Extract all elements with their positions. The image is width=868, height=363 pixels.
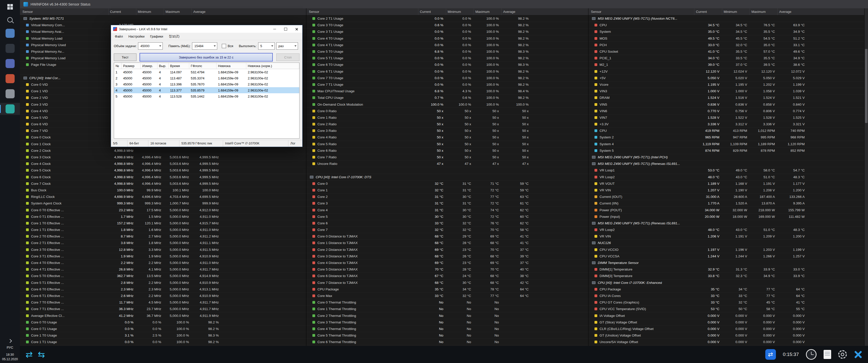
sensor-row[interactable]: Core 3 T1 Usage0.0 %0.0 %100.0 %98.2 %	[306, 29, 588, 35]
result-row[interactable]: 545000450004113.528535.14421.684159e-092…	[114, 93, 299, 99]
column-header-minimum[interactable]: Minimum	[136, 8, 164, 15]
sensor-row[interactable]: Core 431 °C30 °C74 °C62 °C	[306, 207, 588, 213]
sensor-row[interactable]: Core 7 Clock4,998.8 MHz4,996.4 MHz5,003.…	[20, 180, 306, 187]
sensor-row[interactable]: Core 7 T0 Effective ...11.7 MHz4.5 MHz5,…	[20, 299, 306, 306]
sensor-row[interactable]: Core 1 Ratio50 x50 x50 x50 x	[306, 114, 588, 121]
table-header-4[interactable]: Выр.	[157, 63, 168, 69]
sensor-row[interactable]: Core 7 Ratio50 x50 x50 x50 x	[306, 154, 588, 161]
column-header-current[interactable]: Current	[108, 8, 136, 15]
sensor-row[interactable]: Core 2 Distance to TJMAX69 °C23 °C70 °C3…	[306, 246, 588, 253]
sensor-group-row[interactable]: MSI MEG Z490 UNIFY (MS-7C71) (Renesas IS…	[588, 161, 864, 167]
sensor-row[interactable]: Core 6 T1 Effective ...2.6 MHz2.2 MHz5,0…	[20, 293, 306, 299]
sensor-row[interactable]: Core 1 T1 Usage0.0 %0.0 %100.0 %98.2 %	[20, 339, 306, 345]
sensor-row[interactable]: Vcore1.195 V1.195 V1.202 V1.199 V	[588, 81, 864, 88]
taskbar-clock[interactable]: 18:30 05.12.2020	[2, 353, 18, 362]
column-header-minimum[interactable]: Minimum	[722, 8, 750, 15]
sensor-row[interactable]: Core 1 T0 Usage3.1 %2.5 %100.0 %98.3 %	[20, 332, 306, 339]
table-header-3[interactable]: Измер.	[141, 63, 157, 69]
sensor-row[interactable]: Power (POUT)34.000 W32.000 W218.000 W155…	[588, 207, 864, 213]
result-row[interactable]: 245000450004113.487535.33741.684159e-092…	[114, 75, 299, 81]
sensor-row[interactable]: Core 7 T1 Effective ...36.3 MHz23.7 MHz5…	[20, 306, 306, 312]
column-header-maximum[interactable]: Maximum	[750, 8, 777, 15]
column-header-average[interactable]: Average	[191, 8, 221, 15]
sensor-row[interactable]: Core 0 Distance to TJMAX68 °C29 °C69 °C4…	[306, 233, 588, 240]
sensor-row[interactable]: Core 032 °C31 °C71 °C59 °C	[306, 180, 588, 187]
sensor-row[interactable]: Core 4 Distance to TJMAX69 °C23 °C69 °C3…	[306, 260, 588, 266]
notes-icon[interactable]	[824, 350, 831, 359]
sensor-row[interactable]: Bus Clock100.0 MHz99.9 MHz100.1 MHz100.0…	[20, 187, 306, 194]
sensor-row[interactable]: System 41,119 RPM1,109 RPM1,189 RPM1,120…	[588, 141, 864, 147]
sensor-row[interactable]: VR Loop153.0 °C49.0 °C58.0 °C54.7 °C	[588, 167, 864, 174]
sensor-row[interactable]: Uncore Ratio47 x47 x47 x47 x	[306, 161, 588, 167]
sensor-row[interactable]: Core 633 °C32 °C76 °C62 °C	[306, 220, 588, 227]
sensor-row[interactable]: VR VOUT1.189 V1.168 V1.191 V1.177 V	[588, 180, 864, 187]
sensor-row[interactable]: Core 1 Thermal ThrottlingNoNoNo	[306, 306, 588, 312]
sensor-row[interactable]: System Agent Clock999.3 MHz999.3 MHz1,00…	[20, 200, 306, 207]
pinned-app-icon-3[interactable]	[0, 58, 20, 70]
sensor-row[interactable]: +3.3V3.336 V3.312 V3.336 V3.321 V	[588, 121, 864, 128]
sensor-row[interactable]: Core 2 T1 Usage0.0 %0.0 %100.0 %98.2 %	[306, 15, 588, 22]
column-header-sensor[interactable]: Sensor	[588, 8, 694, 15]
sensor-row[interactable]: CPU Package35 °C34 °C78 °C64 °C	[306, 286, 588, 293]
sensor-row[interactable]: M2_139.0 °C37.0 °C39.5 °C38.6 °C	[588, 62, 864, 68]
sensor-row[interactable]: Core 4 Ratio50 x50 x50 x50 x	[306, 134, 588, 141]
sensor-row[interactable]: Core 3 Thermal ThrottlingNoNoNo	[306, 319, 588, 326]
sensor-row[interactable]: Core 3 T0 Usage0.6 %0.0 %100.0 %98.2 %	[306, 22, 588, 29]
sensor-row[interactable]: Core 6 Distance to TJMAX67 °C24 °C68 °C3…	[306, 273, 588, 279]
sensor-row[interactable]: Core 6 Ratio50 x50 x50 x50 x	[306, 147, 588, 154]
sensor-row[interactable]: Core 5 Distance to TJMAX70 °C28 °C70 °C4…	[306, 266, 588, 273]
result-row[interactable]: 445000450004113.377535.85791.684159e-092…	[114, 87, 299, 93]
sensor-row[interactable]: CPU VCCIO1.197 V1.196 V1.203 V1.199 V	[588, 246, 864, 253]
sensor-row[interactable]: VIN31.000 V1.000 V1.058 V1.039 V	[588, 88, 864, 95]
sensor-row[interactable]: Core 3 T1 Effective ...1.9 MHz1.9 MHz5,0…	[20, 253, 306, 260]
sensor-group-row[interactable]: MSI MEG Z490 UNIFY (MS-7C71) (Intel PCH)	[588, 154, 864, 161]
sensor-group-row[interactable]: CPU [#0]: Intel Core i7-10700K: Enhanced	[588, 279, 864, 286]
sensor-row[interactable]: Core 3 T0 Effective ...12.8 MHz3.3 MHz5,…	[20, 246, 306, 253]
sensor-row[interactable]: Core 331 °C31 °C72 °C61 °C	[306, 200, 588, 207]
sensor-row[interactable]: Core 132 °C31 °C72 °C59 °C	[306, 187, 588, 194]
sensor-row[interactable]: GT (Slice) Voltage Offset0.000 V0.000 V0…	[588, 319, 864, 326]
runs-select[interactable]: 5	[258, 42, 275, 50]
table-header-5[interactable]: Время	[168, 63, 189, 69]
sensor-row[interactable]: Uncore/SA Voltage Offset0.000 V0.000 V0.…	[588, 339, 864, 345]
column-header-sensor[interactable]: Sensor	[20, 8, 108, 15]
table-header-6[interactable]: ГФлопс	[189, 63, 217, 69]
gear-icon[interactable]	[838, 350, 847, 359]
test-button[interactable]: Тест	[114, 54, 136, 61]
sensor-row[interactable]: Core 7 Distance to TJMAX68 °C30 °C68 °C4…	[306, 279, 588, 286]
sensor-row[interactable]: PCIE_134.0 °C33.5 °C35.5 °C34.9 °C	[588, 55, 864, 62]
sensor-group-row[interactable]: CPU [#0]: Intel Core i7-10700K: DTS	[306, 174, 588, 180]
close-button[interactable]	[291, 25, 302, 33]
sensor-row[interactable]: Core 231 °C30 °C77 °C63 °C	[306, 194, 588, 200]
runs-unit-select[interactable]: раз	[276, 42, 298, 50]
sensor-row[interactable]: Current (IOUT)31.000 A28.600 A187.400 A1…	[588, 194, 864, 200]
linx-taskbar-icon[interactable]	[854, 350, 863, 359]
sensor-row[interactable]: Core 3 Clock4,998.8 MHz4,996.4 MHz5,003.…	[20, 154, 306, 161]
sensor-row[interactable]: Core 6 T1 Usage0.0 %0.0 %100.0 %98.2 %	[306, 68, 588, 75]
menu-item-2[interactable]: Настройки	[126, 35, 147, 38]
menu-item-1[interactable]: Файл	[112, 35, 126, 38]
sensor-row[interactable]: Max CPU/Thread Usage6.8 %4.3 %100.0 %98.…	[306, 88, 588, 95]
sensor-row[interactable]: Core 2 T1 Effective ...3.8 MHz1.8 MHz5,0…	[20, 240, 306, 246]
sensor-row[interactable]: Core 5 T0 Effective ...362.7 MHz13.5 MHz…	[20, 273, 306, 279]
sensor-row[interactable]: CPU VCCSA1.244 V1.244 V1.266 V1.257 V	[588, 253, 864, 260]
all-memory-checkbox[interactable]	[222, 44, 226, 48]
column-header-maximum[interactable]: Maximum	[164, 8, 191, 15]
sensor-row[interactable]: CLR (CBo/LLC/Ring) Voltage Offset0.000 V…	[588, 326, 864, 332]
sensor-group-row[interactable]: MSI MEG Z490 UNIFY (MS-7C71) (Renesas IS…	[588, 220, 864, 227]
sensor-row[interactable]: Core 4 T1 Usage0.0 %0.0 %100.0 %98.2 %	[306, 42, 588, 48]
table-header-1[interactable]: №	[114, 63, 122, 69]
sensor-row[interactable]: Core 5 T0 Usage6.8 %0.0 %100.0 %98.3 %	[306, 48, 588, 55]
sensor-row[interactable]: DIMM[1] Temperature32.9 °C31.3 °C33.9 °C…	[588, 266, 864, 273]
sensor-row[interactable]: On-Demand Clock Modulation100.0 %100.0 %…	[306, 101, 588, 108]
sensor-row[interactable]: Core 7 T1 Usage0.0 %0.0 %100.0 %98.2 %	[306, 81, 588, 88]
sensor-row[interactable]: Core 732 °C32 °C70 °C58 °C	[306, 227, 588, 233]
sensor-row[interactable]: Core 5 T1 Usage0.0 %0.0 %100.0 %98.2 %	[306, 55, 588, 62]
sensor-row[interactable]: PCH33.0 °C32.0 °C35.0 °C33.1 °C	[588, 42, 864, 48]
show-hidden-icons-chevron[interactable]	[8, 339, 12, 343]
sensor-row[interactable]: Average Effective Cl...41.2 MHz36.7 MHz5…	[20, 312, 306, 319]
sensor-row[interactable]: CPU Socket41.0 °C35.5 °C57.0 °C49.6 °C	[588, 48, 864, 55]
sensor-row[interactable]: Core 6 T0 Effective ...2.3 MHz2.3 MHz5,0…	[20, 286, 306, 293]
transfer-arrows-icon-1[interactable]: ⇄	[26, 350, 33, 359]
pinned-app-icon-6[interactable]	[0, 103, 20, 115]
